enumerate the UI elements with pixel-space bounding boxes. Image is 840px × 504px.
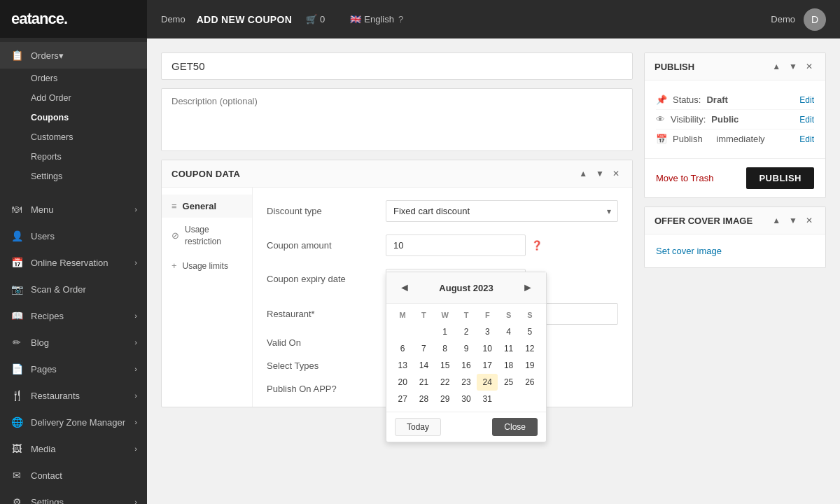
- cal-day-25[interactable]: 25: [498, 374, 519, 391]
- panel-down-btn[interactable]: ▼: [593, 167, 607, 180]
- cal-day-20[interactable]: 20: [392, 374, 413, 391]
- coupon-description-textarea[interactable]: [161, 88, 633, 151]
- sidebar-users-label: Users: [31, 231, 55, 241]
- cal-day-empty1[interactable]: [392, 323, 413, 340]
- sidebar-item-customers[interactable]: Customers: [31, 127, 147, 147]
- media-chevron: ›: [134, 444, 137, 453]
- sidebar-item-media[interactable]: 🖼 Media ›: [0, 435, 147, 462]
- publish-up-btn[interactable]: ▲: [769, 60, 783, 73]
- topbar-help[interactable]: ?: [398, 14, 403, 24]
- sidebar-item-scan-order[interactable]: 📷 Scan & Order: [0, 276, 147, 302]
- coupon-amount-input[interactable]: [386, 234, 526, 256]
- tab-general[interactable]: ≡ General: [162, 195, 252, 218]
- tab-usage-restriction[interactable]: ⊘ Usage restriction: [162, 218, 252, 254]
- cal-day-name-s2: S: [519, 308, 540, 322]
- publish-close-btn[interactable]: ✕: [803, 60, 816, 73]
- cal-day-name-t2: T: [456, 308, 477, 322]
- sidebar-item-users[interactable]: 👤 Users: [0, 223, 147, 249]
- coupon-name-input[interactable]: [161, 52, 633, 80]
- publish-time-edit[interactable]: Edit: [799, 134, 814, 144]
- cal-day-7[interactable]: 7: [413, 340, 434, 357]
- topbar-demo[interactable]: Demo: [161, 14, 186, 24]
- calendar-today-btn[interactable]: Today: [395, 418, 441, 436]
- cal-day-10[interactable]: 10: [477, 340, 498, 357]
- sidebar-item-orders[interactable]: 📋 Orders ▾: [0, 42, 147, 69]
- sidebar-item-delivery-zone-manager[interactable]: 🌐 Delivery Zone Manager ›: [0, 409, 147, 435]
- sidebar-item-settings-orders[interactable]: Settings: [31, 167, 147, 186]
- sidebar-item-contact[interactable]: ✉ Contact: [0, 462, 147, 489]
- calendar-prev-btn[interactable]: ◄: [396, 279, 413, 296]
- cal-day-29[interactable]: 29: [435, 391, 456, 407]
- cal-day-16[interactable]: 16: [456, 357, 477, 374]
- publish-button[interactable]: PUBLISH: [746, 167, 814, 189]
- topbar-avatar[interactable]: D: [804, 8, 826, 31]
- cal-day-3[interactable]: 3: [477, 323, 498, 340]
- offer-cover-up-btn[interactable]: ▲: [769, 214, 783, 227]
- topbar-cart[interactable]: 🛒 0: [306, 14, 325, 24]
- offer-cover-close-btn[interactable]: ✕: [803, 214, 816, 227]
- sidebar-item-restaurants[interactable]: 🍴 Restaurants ›: [0, 382, 147, 409]
- cal-day-19[interactable]: 19: [519, 357, 540, 374]
- cal-day-1[interactable]: 1: [435, 323, 456, 340]
- cal-day-17[interactable]: 17: [477, 357, 498, 374]
- offer-cover-panel: OFFER COVER IMAGE ▲ ▼ ✕ Set cover image: [644, 206, 826, 268]
- sidebar-item-online-reservation[interactable]: 📅 Online Reservation ›: [0, 249, 147, 276]
- cal-day-18[interactable]: 18: [498, 357, 519, 374]
- panel-up-btn[interactable]: ▲: [576, 167, 590, 180]
- cal-day-28[interactable]: 28: [413, 391, 434, 407]
- sidebar-media-label: Media: [31, 444, 55, 454]
- tab-usage-limits[interactable]: + Usage limits: [162, 254, 252, 279]
- discount-type-select[interactable]: Percentage discount Fixed cart discount …: [386, 200, 618, 222]
- cal-day-22[interactable]: 22: [435, 374, 456, 391]
- coupon-amount-row: Coupon amount ❓: [267, 234, 618, 256]
- coupon-fields: Discount type Percentage discount Fixed …: [253, 188, 632, 407]
- sidebar-item-orders-list[interactable]: Orders: [31, 69, 147, 88]
- cal-day-13[interactable]: 13: [392, 357, 413, 374]
- sidebar-item-pages[interactable]: 📄 Pages ›: [0, 356, 147, 382]
- sidebar-item-add-order[interactable]: Add Order: [31, 88, 147, 108]
- topbar-language[interactable]: 🇬🇧 English ?: [350, 14, 403, 24]
- delivery-icon: 🌐: [10, 415, 24, 429]
- recipes-icon: 📖: [10, 309, 24, 323]
- panel-close-btn[interactable]: ✕: [610, 167, 622, 180]
- cal-day-31[interactable]: 31: [477, 391, 498, 407]
- set-cover-image-link[interactable]: Set cover image: [656, 246, 722, 256]
- cal-day-4[interactable]: 4: [498, 323, 519, 340]
- sidebar-item-menu[interactable]: 🍽 Menu ›: [0, 196, 147, 223]
- calendar-next-btn[interactable]: ►: [519, 279, 536, 296]
- cal-day-empty4: [519, 391, 540, 407]
- move-to-trash-link[interactable]: Move to Trash: [656, 173, 713, 183]
- cal-day-5[interactable]: 5: [519, 323, 540, 340]
- cal-day-21[interactable]: 21: [413, 374, 434, 391]
- cal-day-30[interactable]: 30: [456, 391, 477, 407]
- sidebar-item-coupons[interactable]: Coupons: [31, 108, 147, 127]
- sidebar-item-settings[interactable]: ⚙ Settings ›: [0, 489, 147, 504]
- cal-day-2[interactable]: 2: [456, 323, 477, 340]
- cal-day-23[interactable]: 23: [456, 374, 477, 391]
- sidebar-item-blog[interactable]: ✏ Blog ›: [0, 329, 147, 356]
- calendar-days: 1 2 3 4 5 6 7 8: [392, 323, 540, 407]
- cal-day-8[interactable]: 8: [435, 340, 456, 357]
- publish-down-btn[interactable]: ▼: [786, 60, 800, 73]
- publish-panel-title: PUBLISH: [654, 62, 694, 72]
- cal-day-empty2[interactable]: [413, 323, 434, 340]
- cal-day-15[interactable]: 15: [435, 357, 456, 374]
- sidebar-item-reports[interactable]: Reports: [31, 147, 147, 167]
- cal-day-27[interactable]: 27: [392, 391, 413, 407]
- cal-day-9[interactable]: 9: [456, 340, 477, 357]
- restaurants-chevron: ›: [134, 391, 137, 400]
- logo: eatance.: [0, 0, 147, 38]
- cal-day-26[interactable]: 26: [519, 374, 540, 391]
- sidebar-orders-label: Orders: [31, 50, 59, 61]
- cal-day-24[interactable]: 24: [477, 374, 498, 391]
- sidebar-item-recipes[interactable]: 📖 Recipes ›: [0, 302, 147, 329]
- cal-day-14[interactable]: 14: [413, 357, 434, 374]
- publish-status-edit[interactable]: Edit: [799, 95, 814, 105]
- calendar-close-btn[interactable]: Close: [492, 418, 538, 436]
- calendar-popup: ◄ August 2023 ► M T W: [386, 272, 547, 442]
- cal-day-6[interactable]: 6: [392, 340, 413, 357]
- offer-cover-down-btn[interactable]: ▼: [786, 214, 800, 227]
- publish-visibility-edit[interactable]: Edit: [799, 115, 814, 125]
- cal-day-12[interactable]: 12: [519, 340, 540, 357]
- cal-day-11[interactable]: 11: [498, 340, 519, 357]
